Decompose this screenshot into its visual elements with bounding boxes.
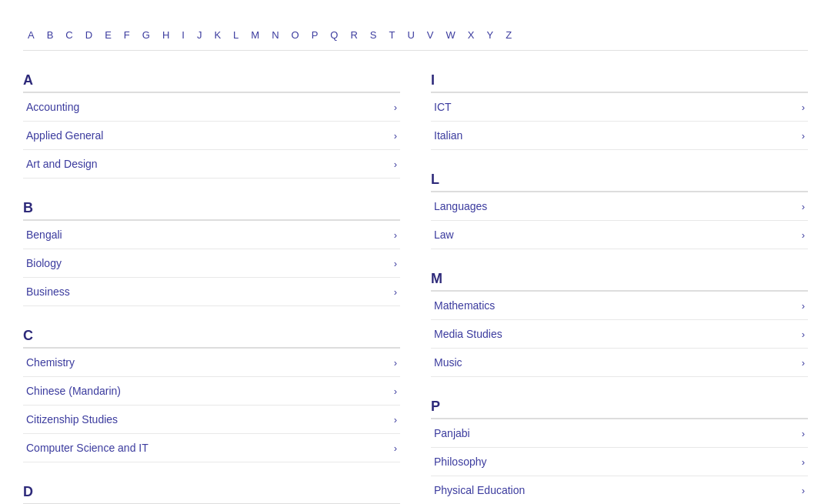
chevron-icon: › bbox=[394, 159, 397, 170]
section-c: CChemistry›Chinese (Mandarin)›Citizenshi… bbox=[23, 322, 400, 462]
alpha-nav-f[interactable]: F bbox=[119, 28, 135, 42]
alpha-nav-n[interactable]: N bbox=[267, 28, 283, 42]
left-column: AAccounting›Applied General›Art and Desi… bbox=[23, 66, 400, 504]
chevron-icon: › bbox=[394, 357, 397, 369]
subject-link[interactable]: Art and Design bbox=[26, 158, 98, 170]
alpha-nav-u[interactable]: U bbox=[402, 28, 419, 42]
subject-link[interactable]: Applied General bbox=[26, 129, 103, 142]
right-column: IICT›Italian›LLanguages›Law›MMathematics… bbox=[431, 66, 808, 504]
subject-item[interactable]: Art and Design› bbox=[23, 150, 400, 179]
subject-link[interactable]: ICT bbox=[434, 101, 452, 113]
alpha-nav-b[interactable]: B bbox=[42, 28, 58, 42]
alpha-nav-v[interactable]: V bbox=[422, 28, 439, 42]
chevron-icon: › bbox=[802, 300, 805, 312]
chevron-icon: › bbox=[802, 329, 805, 340]
subject-link[interactable]: Panjabi bbox=[434, 427, 470, 439]
subject-item[interactable]: Media Studies› bbox=[431, 320, 808, 349]
subject-item[interactable]: Citizenship Studies› bbox=[23, 406, 400, 434]
alphabet-nav: ABCDEFGHIJKLMNOPQRSTUVWXYZ bbox=[23, 28, 808, 51]
subject-link[interactable]: Media Studies bbox=[434, 328, 502, 340]
subject-item[interactable]: Chemistry› bbox=[23, 349, 400, 377]
alpha-nav-l[interactable]: L bbox=[229, 28, 243, 42]
subject-item[interactable]: Physical Education› bbox=[431, 476, 808, 504]
section-letter-a: A bbox=[23, 66, 400, 93]
subject-item[interactable]: Mathematics› bbox=[431, 292, 808, 320]
alpha-nav-t[interactable]: T bbox=[385, 28, 400, 42]
chevron-icon: › bbox=[394, 414, 397, 426]
subject-item[interactable]: Computer Science and IT› bbox=[23, 434, 400, 462]
alpha-nav-k[interactable]: K bbox=[209, 28, 225, 42]
subject-link[interactable]: Law bbox=[434, 229, 454, 241]
chevron-icon: › bbox=[802, 485, 805, 496]
subject-link[interactable]: Accounting bbox=[26, 101, 79, 113]
section-b: BBengali›Biology›Business› bbox=[23, 194, 400, 306]
alpha-nav-m[interactable]: M bbox=[246, 28, 264, 42]
section-letter-b: B bbox=[23, 194, 400, 221]
subject-item[interactable]: Bengali› bbox=[23, 221, 400, 249]
section-m: MMathematics›Media Studies›Music› bbox=[431, 265, 808, 377]
subject-link[interactable]: Mathematics bbox=[434, 299, 495, 312]
alpha-nav-d[interactable]: D bbox=[81, 28, 97, 42]
subject-item[interactable]: Languages› bbox=[431, 192, 808, 221]
alpha-nav-x[interactable]: X bbox=[463, 28, 479, 42]
subject-item[interactable]: Biology› bbox=[23, 249, 400, 278]
subject-link[interactable]: Languages bbox=[434, 200, 487, 212]
alpha-nav-i[interactable]: I bbox=[177, 28, 189, 42]
alpha-nav-q[interactable]: Q bbox=[325, 28, 342, 42]
chevron-icon: › bbox=[802, 102, 805, 113]
alpha-nav-c[interactable]: C bbox=[61, 28, 77, 42]
chevron-icon: › bbox=[394, 286, 397, 298]
chevron-icon: › bbox=[802, 456, 805, 468]
subject-link[interactable]: Bengali bbox=[26, 229, 62, 241]
alpha-nav-s[interactable]: S bbox=[365, 28, 382, 42]
section-d: D bbox=[23, 478, 400, 504]
subject-item[interactable]: Philosophy› bbox=[431, 448, 808, 476]
subject-item[interactable]: Business› bbox=[23, 278, 400, 306]
subjects-grid: AAccounting›Applied General›Art and Desi… bbox=[23, 66, 808, 504]
subject-link[interactable]: Music bbox=[434, 356, 462, 369]
subject-link[interactable]: Physical Education bbox=[434, 484, 525, 496]
alpha-nav-a[interactable]: A bbox=[23, 28, 39, 42]
subject-item[interactable]: Panjabi› bbox=[431, 419, 808, 448]
alpha-nav-w[interactable]: W bbox=[442, 28, 460, 42]
subject-link[interactable]: Biology bbox=[26, 257, 62, 269]
chevron-icon: › bbox=[394, 442, 397, 454]
subject-item[interactable]: Music› bbox=[431, 349, 808, 377]
subject-item[interactable]: Applied General› bbox=[23, 122, 400, 150]
alpha-nav-g[interactable]: G bbox=[138, 28, 155, 42]
alpha-nav-j[interactable]: J bbox=[192, 28, 207, 42]
chevron-icon: › bbox=[802, 130, 805, 142]
section-letter-m: M bbox=[431, 265, 808, 292]
chevron-icon: › bbox=[802, 229, 805, 241]
subject-item[interactable]: Chinese (Mandarin)› bbox=[23, 377, 400, 406]
subject-link[interactable]: Computer Science and IT bbox=[26, 442, 149, 454]
chevron-icon: › bbox=[394, 130, 397, 142]
alpha-nav-y[interactable]: Y bbox=[482, 28, 498, 42]
alpha-nav-p[interactable]: P bbox=[307, 28, 323, 42]
subject-link[interactable]: Chemistry bbox=[26, 356, 75, 369]
chevron-icon: › bbox=[394, 229, 397, 241]
chevron-icon: › bbox=[394, 258, 397, 269]
subject-item[interactable]: Italian› bbox=[431, 122, 808, 150]
chevron-icon: › bbox=[802, 428, 805, 439]
alpha-nav-e[interactable]: E bbox=[100, 28, 116, 42]
subject-link[interactable]: Italian bbox=[434, 129, 462, 142]
section-letter-l: L bbox=[431, 165, 808, 192]
alpha-nav-h[interactable]: H bbox=[158, 28, 174, 42]
alpha-nav-z[interactable]: Z bbox=[501, 28, 516, 42]
section-letter-c: C bbox=[23, 322, 400, 349]
subject-link[interactable]: Citizenship Studies bbox=[26, 413, 118, 426]
section-letter-p: P bbox=[431, 392, 808, 419]
section-letter-d: D bbox=[23, 478, 400, 504]
alpha-nav-r[interactable]: R bbox=[345, 28, 362, 42]
subject-item[interactable]: Accounting› bbox=[23, 93, 400, 122]
subject-link[interactable]: Philosophy bbox=[434, 456, 487, 468]
alpha-nav-o[interactable]: O bbox=[287, 28, 304, 42]
subject-link[interactable]: Business bbox=[26, 285, 70, 298]
subject-item[interactable]: ICT› bbox=[431, 93, 808, 122]
chevron-icon: › bbox=[394, 102, 397, 113]
section-i: IICT›Italian› bbox=[431, 66, 808, 150]
subject-item[interactable]: Law› bbox=[431, 221, 808, 249]
subject-link[interactable]: Chinese (Mandarin) bbox=[26, 385, 121, 397]
section-p: PPanjabi›Philosophy›Physical Education› bbox=[431, 392, 808, 504]
